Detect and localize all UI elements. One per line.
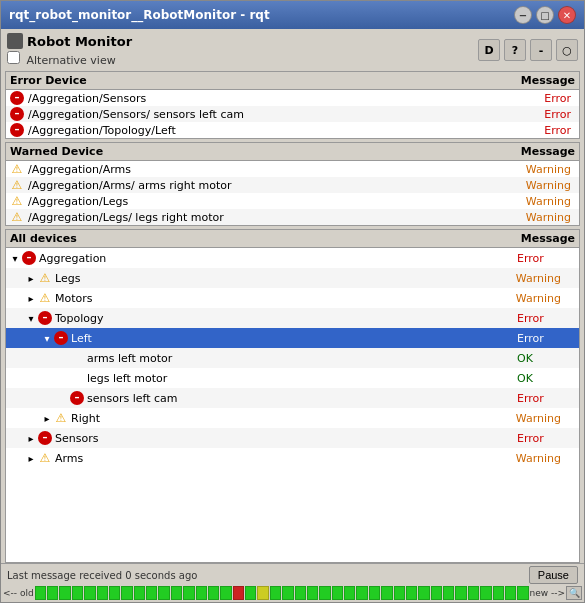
timeline-cells: [35, 586, 529, 600]
top-bar-right: D ? - ○: [478, 39, 578, 61]
pause-button[interactable]: Pause: [529, 566, 578, 584]
warn-panel: Warned Device Message /Aggregation/Arms …: [5, 142, 580, 226]
warn-row[interactable]: /Aggregation/Legs Warning: [6, 193, 579, 209]
new-label: new -->: [530, 588, 566, 598]
d-button[interactable]: D: [478, 39, 500, 61]
expand-button[interactable]: ▸: [24, 291, 38, 305]
timeline-cell: [480, 586, 491, 600]
tree-node-msg: Error: [517, 332, 577, 345]
timeline-cell: [344, 586, 355, 600]
tree-node-name: Left: [71, 332, 517, 345]
row-message: Error: [544, 108, 575, 121]
timeline-cell: [468, 586, 479, 600]
timeline-cell: [394, 586, 405, 600]
expand-button[interactable]: ▸: [24, 271, 38, 285]
tree-node-msg: Error: [517, 432, 577, 445]
timeline-cell: [109, 586, 120, 600]
row-device: /Aggregation/Legs: [10, 194, 526, 208]
error-row[interactable]: /Aggregation/Sensors Error: [6, 90, 579, 106]
tree-row[interactable]: arms left motor OK: [6, 348, 579, 368]
expand-button[interactable]: ▸: [24, 451, 38, 465]
tree-row[interactable]: ▸ ⚠ Legs Warning: [6, 268, 579, 288]
timeline-cell: [35, 586, 46, 600]
expand-button[interactable]: ▾: [8, 251, 22, 265]
close-button[interactable]: ✕: [558, 6, 576, 24]
tree-node-msg: Warning: [516, 292, 577, 305]
tree-row[interactable]: ▸ – Sensors Error: [6, 428, 579, 448]
warn-row[interactable]: /Aggregation/Arms/ arms right motor Warn…: [6, 177, 579, 193]
device-path: /Aggregation/Topology/Left: [28, 124, 176, 137]
timeline-cell: [47, 586, 58, 600]
ok-icon: [70, 351, 84, 365]
tree-row[interactable]: ▾ – Aggregation Error: [6, 248, 579, 268]
timeline-search-icon[interactable]: 🔍: [566, 586, 582, 600]
timeline-cell: [282, 586, 293, 600]
window-controls: − □ ✕: [514, 6, 576, 24]
row-device: /Aggregation/Sensors: [10, 91, 544, 105]
timeline-cell: [332, 586, 343, 600]
device-path: /Aggregation/Sensors/ sensors left cam: [28, 108, 244, 121]
error-message-header: Message: [521, 74, 575, 87]
app-title: Robot Monitor: [27, 34, 132, 49]
timeline-cell: [134, 586, 145, 600]
tree-row[interactable]: ▸ ⚠ Right Warning: [6, 408, 579, 428]
error-row[interactable]: /Aggregation/Topology/Left Error: [6, 122, 579, 138]
timeline-cell: [319, 586, 330, 600]
warn-row[interactable]: /Aggregation/Legs/ legs right motor Warn…: [6, 209, 579, 225]
device-path: /Aggregation/Legs/ legs right motor: [28, 211, 224, 224]
timeline-cell: [121, 586, 132, 600]
window-title: rqt_robot_monitor__RobotMonitor - rqt: [9, 8, 270, 22]
row-device: /Aggregation/Topology/Left: [10, 123, 544, 137]
top-bar: Robot Monitor Alternative view D ? - ○: [1, 29, 584, 71]
timeline-cell: [84, 586, 95, 600]
minimize-button[interactable]: −: [514, 6, 532, 24]
tree-row[interactable]: ▾ – Topology Error: [6, 308, 579, 328]
tree-row[interactable]: ▸ ⚠ Arms Warning: [6, 448, 579, 468]
maximize-button[interactable]: □: [536, 6, 554, 24]
timeline-cell: [245, 586, 256, 600]
timeline-cell: [493, 586, 504, 600]
tree-node-name: Aggregation: [39, 252, 517, 265]
all-panel-header: All devices Message: [6, 230, 579, 248]
tree-node-name: Sensors: [55, 432, 517, 445]
error-icon: –: [22, 251, 36, 265]
main-window: rqt_robot_monitor__RobotMonitor - rqt − …: [0, 0, 585, 603]
error-device-header: Error Device: [10, 74, 521, 87]
device-path: /Aggregation/Arms/ arms right motor: [28, 179, 232, 192]
tree-node-name: Topology: [55, 312, 517, 325]
status-message: Last message received 0 seconds ago: [7, 570, 197, 581]
device-path: /Aggregation/Legs: [28, 195, 128, 208]
timeline-cell: [59, 586, 70, 600]
timeline-cell: [431, 586, 442, 600]
error-panel: Error Device Message /Aggregation/Sensor…: [5, 71, 580, 139]
timeline-cell: [418, 586, 429, 600]
alt-view-checkbox[interactable]: [7, 51, 20, 64]
timeline-cell: [158, 586, 169, 600]
error-row[interactable]: /Aggregation/Sensors/ sensors left cam E…: [6, 106, 579, 122]
expand-button[interactable]: ▾: [24, 311, 38, 325]
tree-row[interactable]: ▸ ⚠ Motors Warning: [6, 288, 579, 308]
tree-node-msg: Warning: [516, 412, 577, 425]
error-icon: [10, 123, 24, 137]
dash-button[interactable]: -: [530, 39, 552, 61]
tree-row[interactable]: – sensors left cam Error: [6, 388, 579, 408]
tree-row[interactable]: legs left motor OK: [6, 368, 579, 388]
expand-button[interactable]: ▸: [40, 411, 54, 425]
timeline-cell: [356, 586, 367, 600]
robot-monitor-icon: [7, 33, 23, 49]
timeline-cell: [183, 586, 194, 600]
ok-icon: [70, 371, 84, 385]
expand-button[interactable]: ▸: [24, 431, 38, 445]
timeline-cell: [208, 586, 219, 600]
timeline-cell: [295, 586, 306, 600]
dot-button[interactable]: ○: [556, 39, 578, 61]
status-top: Last message received 0 seconds ago Paus…: [1, 564, 584, 586]
error-icon: –: [70, 391, 84, 405]
expand-button[interactable]: ▾: [40, 331, 54, 345]
tree-node-msg: Warning: [516, 452, 577, 465]
warn-row[interactable]: /Aggregation/Arms Warning: [6, 161, 579, 177]
error-icon: [10, 91, 24, 105]
help-button[interactable]: ?: [504, 39, 526, 61]
tree-row[interactable]: ▾ – Left Error: [6, 328, 579, 348]
tree-container[interactable]: ▾ – Aggregation Error ▸ ⚠ Legs Warning ▸…: [6, 248, 579, 562]
